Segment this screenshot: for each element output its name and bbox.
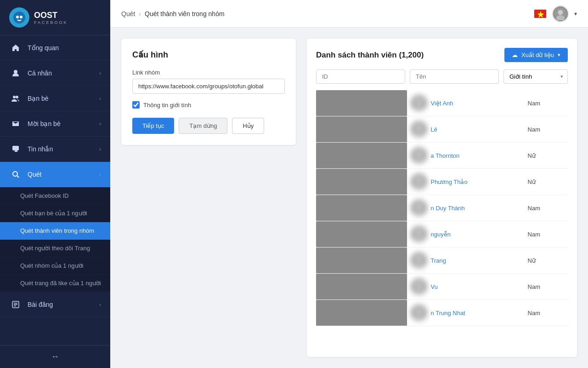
config-panel: Cấu hình Link nhóm Thông tin giới tính T… <box>121 39 296 145</box>
svg-rect-2 <box>20 16 23 18</box>
cloud-icon: ☁ <box>512 52 518 58</box>
member-id: 1000...84 <box>316 195 407 221</box>
sidebar-item-quet-nguoi-theo-doi[interactable]: Quét người theo dõi Trang <box>0 240 110 257</box>
breadcrumb: Quét › Quét thành viên trong nhóm <box>121 10 225 17</box>
filter-gender-select[interactable]: Giới tính Nam Nữ <box>503 69 568 84</box>
sidebar-item-ban-be[interactable]: Bạn bè › <box>0 86 110 111</box>
sidebar-sub-label-quet-thanh-vien: Quét thành viên trong nhóm <box>20 227 94 234</box>
sidebar-label-quet: Quét <box>28 171 99 178</box>
member-gender: Nam <box>524 274 568 300</box>
breadcrumb-root: Quét <box>121 10 135 17</box>
member-gender: Nam <box>524 300 568 326</box>
member-name[interactable]: Trang <box>427 247 524 274</box>
table-row: 1171...TrangNữ <box>316 247 568 274</box>
svg-point-7 <box>13 172 17 176</box>
sidebar-item-quet-fb-id[interactable]: Quét Facebook ID <box>0 187 110 205</box>
members-panel: Danh sách thành viên (1,200) ☁ Xuất dữ l… <box>307 39 577 357</box>
cancel-button[interactable]: Hủy <box>232 118 264 134</box>
member-gender: Nam <box>524 195 568 221</box>
sidebar-item-ca-nhan[interactable]: Cá nhân › <box>0 61 110 86</box>
topbar: Quét › Quét thành viên trong nhóm ▾ <box>110 0 588 28</box>
sidebar-item-quet[interactable]: Quét › <box>0 162 110 187</box>
action-buttons: Tiếp tục Tạm dừng Hủy <box>132 118 285 134</box>
member-gender: Nam <box>524 221 568 247</box>
svg-point-0 <box>13 12 25 23</box>
sidebar-item-quet-nhom[interactable]: Quét nhóm của 1 người <box>0 257 110 275</box>
person-icon <box>9 67 22 80</box>
topbar-right: ▾ <box>534 6 577 22</box>
sidebar-label-tin-nhan: Tin nhắn <box>28 145 99 153</box>
collapse-icon: ↔ <box>51 352 59 362</box>
main: Quét › Quét thành viên trong nhóm ▾ <box>110 0 588 368</box>
sidebar-sub-quet: Quét Facebook ID Quét bạn bè của 1 người… <box>0 187 110 292</box>
svg-point-36 <box>416 282 422 288</box>
sidebar-item-moi-ban-be[interactable]: Mời bạn bè › <box>0 111 110 137</box>
member-id: 1000...70 <box>316 274 407 300</box>
member-avatar <box>407 169 427 195</box>
member-id: 1000...09 <box>316 90 407 116</box>
member-name[interactable]: a Thornton <box>427 143 524 169</box>
chevron-right-icon2: › <box>99 96 101 101</box>
app-sub: FACEBOOK <box>34 20 68 25</box>
chevron-right-icon: › <box>99 70 101 76</box>
members-table: 1000...09Việt AnhNam1000...83LêNam1000..… <box>316 90 568 348</box>
continue-button[interactable]: Tiếp tục <box>132 118 174 134</box>
filter-id-input[interactable] <box>316 69 405 84</box>
svg-point-21 <box>416 150 422 157</box>
sidebar-collapse-btn[interactable]: ↔ <box>0 345 110 368</box>
member-name[interactable]: Phương Thảo <box>427 169 524 195</box>
breadcrumb-current: Quét thành viên trong nhóm <box>145 10 225 17</box>
sidebar-label-ca-nhan: Cá nhân <box>28 69 99 77</box>
svg-point-3 <box>14 70 17 74</box>
sidebar-menu: Tổng quan Cá nhân › Bạn bè › Mời bạn bè … <box>0 35 110 345</box>
gender-checkbox[interactable] <box>132 101 140 109</box>
member-gender: Nam <box>524 90 568 116</box>
member-id: 1171... <box>316 247 407 274</box>
sidebar-item-quet-ban-be[interactable]: Quét bạn bè của 1 người <box>0 205 110 222</box>
friends-icon <box>9 92 22 105</box>
chevron-right-icon3: › <box>99 121 101 126</box>
flag-vn[interactable] <box>534 9 547 18</box>
member-avatar <box>407 300 427 326</box>
table-row: 1000...84n Duy ThànhNam <box>316 195 568 221</box>
sidebar-item-tong-quan[interactable]: Tổng quan <box>0 35 110 61</box>
member-name[interactable]: Việt Anh <box>427 90 524 116</box>
sidebar-sub-label-quet-ban-be: Quét bạn bè của 1 người <box>20 210 87 217</box>
gender-checkbox-row: Thông tin giới tính <box>132 101 285 109</box>
gender-checkbox-label: Thông tin giới tính <box>143 102 191 109</box>
member-name[interactable]: n Trung Nhat <box>427 300 524 326</box>
sidebar-item-bai-dang[interactable]: Bài đăng › <box>0 292 110 317</box>
member-id: 1000...83 <box>316 116 407 143</box>
table-row: 1000...83LêNam <box>316 116 568 143</box>
svg-point-5 <box>16 96 18 98</box>
sidebar-item-quet-trang-like[interactable]: Quét trang đã like của 1 người <box>0 275 110 292</box>
table-row: 1518...n Trung NhatNam <box>316 300 568 326</box>
chevron-right-icon4: › <box>99 146 101 152</box>
member-gender: Nữ <box>524 169 568 195</box>
member-name[interactable]: Vu <box>427 274 524 300</box>
member-name[interactable]: n Duy Thành <box>427 195 524 221</box>
sidebar-item-tin-nhan[interactable]: Tin nhắn › <box>0 137 110 162</box>
table-row: 1000...74a ThorntonNữ <box>316 143 568 169</box>
breadcrumb-separator: › <box>139 10 141 17</box>
user-menu-chevron[interactable]: ▾ <box>574 11 577 17</box>
invite-icon <box>9 117 22 130</box>
pause-button[interactable]: Tạm dừng <box>179 118 227 134</box>
logo: OOST FACEBOOK <box>0 0 110 35</box>
export-button[interactable]: ☁ Xuất dữ liệu ▾ <box>504 48 568 62</box>
sidebar-item-quet-thanh-vien[interactable]: Quét thành viên trong nhóm <box>0 222 110 240</box>
member-id: 1000...74 <box>316 143 407 169</box>
sidebar-sub-label-quet-trang-like: Quét trang đã like của 1 người <box>20 280 101 287</box>
filter-name-input[interactable] <box>410 69 499 84</box>
member-id: 1000...80 <box>316 221 407 247</box>
svg-rect-6 <box>12 146 19 150</box>
scan-icon <box>9 168 22 181</box>
link-input[interactable] <box>132 79 285 94</box>
sidebar-sub-label-quet-nguoi-theo-doi: Quét người theo dõi Trang <box>20 245 90 252</box>
user-avatar[interactable] <box>552 6 569 22</box>
member-avatar <box>407 221 427 247</box>
app-name: OOST <box>34 11 68 20</box>
member-name[interactable]: Lê <box>427 116 524 143</box>
table-row: 1000...09Việt AnhNam <box>316 90 568 116</box>
member-name[interactable]: nguyễn <box>427 221 524 247</box>
